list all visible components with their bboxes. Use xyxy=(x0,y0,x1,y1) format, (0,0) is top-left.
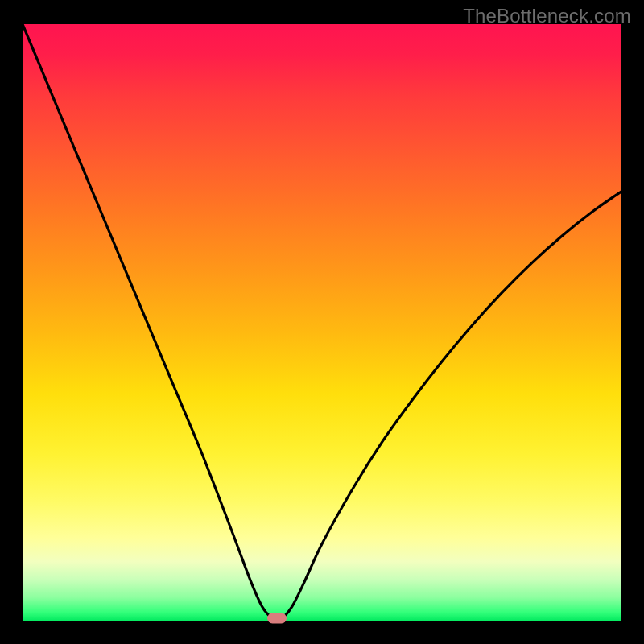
minimum-marker xyxy=(267,613,287,624)
watermark-text: TheBottleneck.com xyxy=(463,5,631,27)
curve-svg xyxy=(23,24,621,621)
plot-area xyxy=(23,24,621,621)
bottleneck-curve xyxy=(23,24,621,618)
